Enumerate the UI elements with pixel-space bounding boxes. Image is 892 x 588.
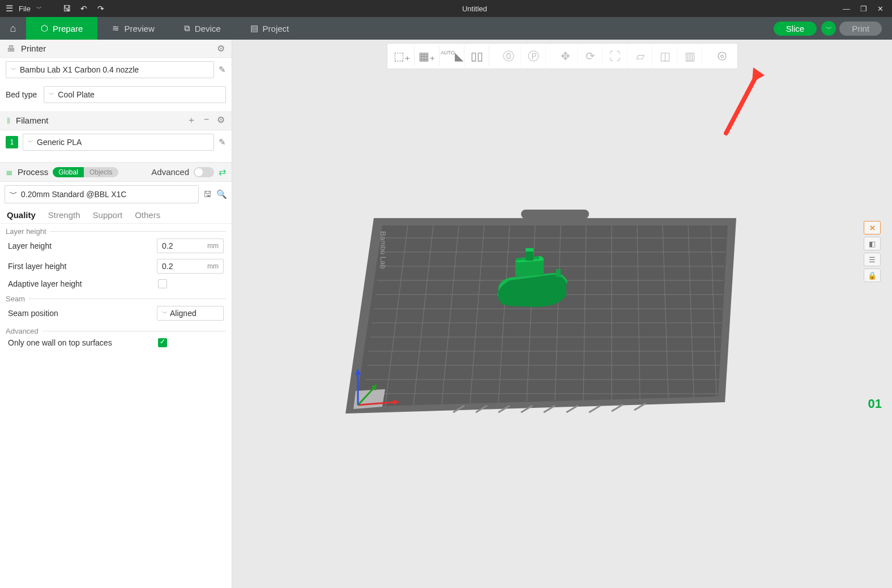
move-icon[interactable]: ✥ [554, 45, 578, 67]
gear-icon[interactable]: ⚙ [217, 43, 225, 54]
redo-icon[interactable]: ↷ [95, 4, 106, 13]
ptab-strength[interactable]: Strength [48, 210, 80, 220]
seam-position-label: Seam position [8, 309, 157, 318]
auto-orient-icon[interactable]: AUTO◣ [441, 45, 464, 67]
group-layer-height: Layer height [0, 224, 232, 236]
svg-line-36 [589, 406, 600, 412]
bed-type-label: Bed type [6, 90, 37, 99]
pill-global: Global [53, 167, 84, 177]
close-icon[interactable]: ✕ [877, 5, 884, 13]
group-advanced-label: Advanced [6, 327, 39, 335]
first-layer-input[interactable]: 0.2 mm [157, 259, 224, 274]
first-layer-value: 0.2 [162, 262, 173, 271]
adaptive-layer-checkbox[interactable] [158, 279, 167, 288]
group-layer-height-label: Layer height [6, 227, 46, 236]
tab-prepare[interactable]: ⬡ Prepare [26, 17, 97, 40]
compare-icon[interactable]: ⇄ [219, 167, 226, 177]
tab-project[interactable]: ▤ Project [236, 17, 304, 40]
cube-icon: ⬡ [41, 23, 48, 33]
save-icon[interactable]: 🖫 [61, 4, 72, 13]
split-object-icon[interactable]: ⓪ [497, 45, 521, 67]
viewport[interactable]: ⬚₊ ▦₊ AUTO◣ ▯▯ ⓪ Ⓟ ✥ ⟳ ⛶ ▱ ◫ ▥ ⦾ ✕ ◧ ☰ 🔒… [232, 40, 892, 588]
scale-icon[interactable]: ⛶ [604, 45, 628, 67]
group-seam: Seam [0, 291, 232, 303]
arrange-icon[interactable]: ▯▯ [466, 45, 489, 67]
slice-dropdown-button[interactable]: ﹀ [821, 21, 836, 36]
chevron-down-icon: ﹀ [11, 66, 16, 74]
mesh-icon[interactable]: ▥ [678, 45, 702, 67]
printer-select[interactable]: ﹀ Bambu Lab X1 Carbon 0.4 nozzle [6, 61, 214, 78]
layer-height-unit: mm [207, 242, 219, 250]
annotation-arrow [719, 65, 765, 139]
plate-number-label: 01 [868, 397, 882, 411]
layer-height-input[interactable]: 0.2 mm [157, 238, 224, 253]
process-preset-value: 0.20mm Standard @BBL X1C [21, 190, 126, 199]
only-one-wall-label: Only one wall on top surfaces [8, 338, 158, 347]
ptab-others[interactable]: Others [135, 210, 160, 220]
edit-printer-icon[interactable]: ✎ [219, 65, 226, 75]
printer-section-label: Printer [21, 44, 46, 53]
print-button[interactable]: Print [839, 22, 882, 36]
tab-preview-label: Preview [124, 24, 154, 33]
file-menu[interactable]: File [19, 5, 31, 13]
tab-preview[interactable]: ≋ Preview [97, 17, 169, 40]
slice-button[interactable]: Slice [774, 22, 817, 36]
rotate-icon[interactable]: ⟳ [579, 45, 603, 67]
add-filament-icon[interactable]: ＋ [187, 114, 196, 126]
global-objects-toggle[interactable]: Global Objects [53, 167, 118, 177]
plate-brand-text: Bambu Lab [379, 231, 387, 269]
svg-marker-1 [752, 67, 765, 82]
adaptive-layer-label: Adaptive layer height [8, 279, 158, 288]
lay-flat-icon[interactable]: ▱ [629, 45, 652, 67]
filament-name: Generic PLA [37, 138, 82, 147]
plate-lock-button[interactable]: 🔒 [864, 269, 881, 282]
only-one-wall-checkbox[interactable] [158, 338, 167, 347]
maximize-icon[interactable]: ❐ [860, 5, 867, 13]
plate-orient-button[interactable]: ◧ [864, 237, 881, 250]
device-icon: ⧉ [184, 23, 190, 33]
remove-filament-icon[interactable]: − [204, 114, 209, 126]
file-dropdown-icon[interactable]: ﹀ [36, 5, 42, 12]
plate-delete-button[interactable]: ✕ [864, 221, 881, 235]
process-icon: ≣ [6, 167, 13, 177]
hamburger-icon[interactable]: ☰ [6, 3, 13, 14]
save-preset-icon[interactable]: 🖫 [203, 189, 212, 199]
minimize-icon[interactable]: — [843, 5, 850, 13]
ptab-quality[interactable]: Quality [7, 210, 36, 220]
add-plate-icon[interactable]: ▦₊ [416, 45, 439, 67]
plate-actions-panel: ✕ ◧ ☰ 🔒 [864, 221, 881, 282]
undo-icon[interactable]: ↶ [78, 4, 89, 13]
split-part-icon[interactable]: Ⓟ [522, 45, 546, 67]
chevron-down-icon: ﹀ [10, 189, 18, 199]
printer-select-value: Bambu Lab X1 Carbon 0.4 nozzle [20, 65, 139, 74]
edit-filament-icon[interactable]: ✎ [219, 137, 226, 147]
tab-device-label: Device [195, 24, 221, 33]
seam-position-value: Aligned [168, 309, 219, 318]
home-icon[interactable]: ⌂ [0, 17, 26, 40]
svg-rect-48 [556, 269, 561, 277]
filament-color-chip[interactable]: 1 [6, 136, 18, 148]
gear-icon[interactable]: ⚙ [217, 114, 225, 126]
advanced-toggle[interactable] [194, 167, 214, 177]
cut-icon[interactable]: ◫ [654, 45, 677, 67]
add-primitive-icon[interactable]: ⬚₊ [391, 45, 415, 67]
printer-section-header: 🖶 Printer ⚙ [0, 40, 232, 58]
layers-icon: ≋ [112, 23, 119, 33]
printer-icon: 🖶 [7, 44, 15, 53]
bed-type-select[interactable]: ﹀ Cool Plate [44, 86, 226, 103]
plate-arrange-button[interactable]: ☰ [864, 253, 881, 266]
tab-device[interactable]: ⧉ Device [169, 17, 236, 40]
svg-line-0 [726, 75, 757, 133]
ptab-support[interactable]: Support [93, 210, 123, 220]
window-title: Untitled [106, 5, 843, 13]
process-preset-select[interactable]: ﹀ 0.20mm Standard @BBL X1C [5, 185, 199, 203]
build-plate[interactable]: Bambu Lab [328, 176, 759, 436]
main-tab-bar: ⌂ ⬡ Prepare ≋ Preview ⧉ Device ▤ Project… [0, 17, 892, 40]
search-icon[interactable]: 🔍 [216, 189, 227, 199]
pill-objects: Objects [84, 167, 118, 177]
group-seam-label: Seam [6, 295, 25, 303]
assembly-icon[interactable]: ⦾ [710, 45, 734, 67]
filament-section-label: Filament [16, 116, 49, 125]
seam-position-select[interactable]: ﹀ Aligned [157, 306, 224, 321]
filament-select[interactable]: ﹀ Generic PLA [23, 134, 214, 151]
